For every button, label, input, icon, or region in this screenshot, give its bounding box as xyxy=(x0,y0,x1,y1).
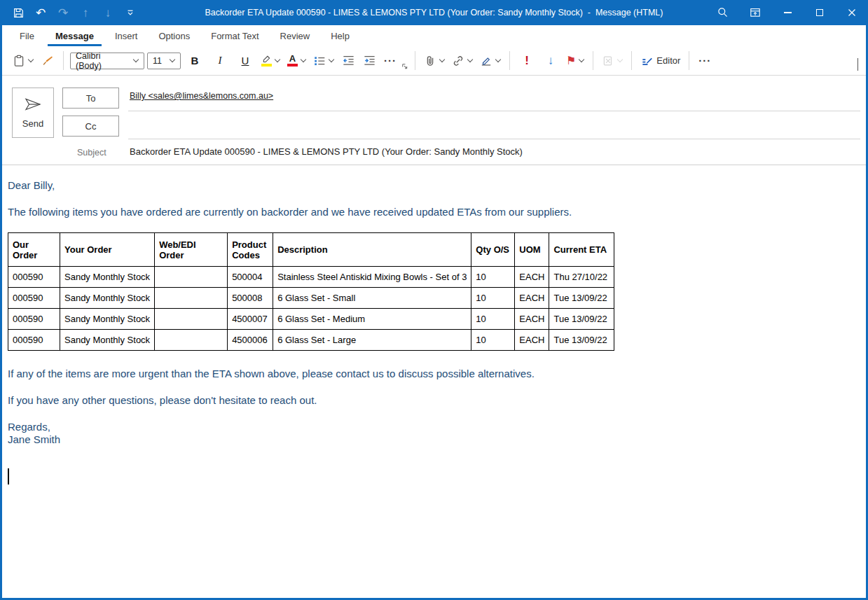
more-basic-text-button[interactable]: ··· xyxy=(381,50,399,71)
editor-label: Editor xyxy=(656,55,680,66)
cc-field[interactable] xyxy=(128,139,860,139)
send-label: Send xyxy=(22,118,43,129)
bold-button[interactable]: B xyxy=(184,50,206,71)
tab-message[interactable]: Message xyxy=(48,27,102,46)
tab-help[interactable]: Help xyxy=(323,27,357,46)
redo-icon: ↷ xyxy=(58,7,68,19)
table-cell: Sandy Monthly Stock xyxy=(60,330,155,351)
assign-policy-icon xyxy=(602,55,614,67)
closing-note-paragraph: If you have any other questions, please … xyxy=(8,394,859,406)
table-cell: 500004 xyxy=(228,267,273,288)
flag-icon: ⚑ xyxy=(566,54,576,67)
paste-button[interactable] xyxy=(11,50,36,71)
tab-format-text[interactable]: Format Text xyxy=(203,27,266,46)
font-color-bar xyxy=(287,64,298,67)
high-importance-icon: ! xyxy=(518,54,535,68)
assign-policy-button xyxy=(600,50,625,71)
save-button[interactable] xyxy=(7,0,29,25)
dropdown-chevron-icon xyxy=(579,57,584,62)
search-button[interactable] xyxy=(707,0,739,25)
tab-file[interactable]: File xyxy=(12,27,42,46)
header-cell: Qty O/S xyxy=(471,233,515,267)
table-cell: 500008 xyxy=(228,288,273,309)
recipient-chip[interactable]: Billy <sales@limes&lemons.com.au> xyxy=(130,91,273,101)
font-name-select[interactable]: Calibri (Body) xyxy=(70,53,144,69)
font-name-value: Calibri (Body) xyxy=(76,51,126,71)
message-header: Send To Cc Billy <sales@limes&lemons.com… xyxy=(2,76,866,165)
editor-button[interactable]: Editor xyxy=(638,50,682,71)
follow-up-flag-button[interactable]: ⚑ xyxy=(564,50,586,71)
signature-block: Regards, Jane Smith xyxy=(8,421,859,446)
chevron-down-line-icon xyxy=(125,8,135,18)
to-field[interactable] xyxy=(128,111,860,111)
collapse-ribbon-button[interactable] xyxy=(857,58,859,71)
cc-value[interactable] xyxy=(130,119,859,136)
maximize-icon xyxy=(816,9,823,16)
window-controls xyxy=(707,0,868,25)
dialog-launcher-icon xyxy=(401,62,408,70)
maximize-button[interactable] xyxy=(804,0,836,25)
table-cell: Sandy Monthly Stock xyxy=(60,267,155,288)
customize-quick-access-button[interactable] xyxy=(119,0,142,25)
table-cell xyxy=(155,330,228,351)
font-size-value: 11 xyxy=(153,56,163,66)
text-cursor xyxy=(8,468,9,484)
send-button[interactable]: Send xyxy=(12,88,54,138)
italic-button[interactable]: I xyxy=(209,50,231,71)
table-cell: EACH xyxy=(515,267,549,288)
header-cell: Web/EDI Order xyxy=(155,233,228,267)
divider xyxy=(415,51,415,70)
increase-indent-button[interactable] xyxy=(360,50,378,71)
decrease-indent-icon xyxy=(342,54,355,67)
table-cell: 000590 xyxy=(8,288,60,309)
header-cell: UOM xyxy=(515,233,549,267)
format-painter-button[interactable] xyxy=(39,50,57,71)
close-icon xyxy=(847,8,857,18)
move-up-button[interactable]: ↑ xyxy=(74,0,97,25)
increase-indent-icon xyxy=(363,54,376,67)
subject-field[interactable]: Backorder ETA Update 000590 - LIMES & LE… xyxy=(130,146,523,157)
header-cell: Product Codes xyxy=(228,233,273,267)
text-highlight-color-button[interactable] xyxy=(259,50,282,71)
undo-icon: ↶ xyxy=(36,7,46,19)
cc-label: Cc xyxy=(85,121,97,132)
divider xyxy=(509,51,510,70)
font-size-select[interactable]: 11 xyxy=(147,53,181,69)
redo-button[interactable]: ↷ xyxy=(52,0,74,25)
table-cell: Tue 13/09/22 xyxy=(549,309,614,330)
attach-file-button[interactable] xyxy=(422,50,447,71)
cc-button[interactable]: Cc xyxy=(62,116,119,137)
to-button[interactable]: To xyxy=(62,88,119,109)
window-content: File Message Insert Options Format Text … xyxy=(2,25,866,598)
ribbon-display-options-button[interactable] xyxy=(739,0,771,25)
table-header-row: Our Order Your Order Web/EDI Order Produ… xyxy=(8,233,614,267)
regards-line: Regards, xyxy=(8,421,859,433)
message-body-editor[interactable]: Dear Billy, The following items you have… xyxy=(2,165,866,484)
close-button[interactable] xyxy=(836,0,868,25)
tab-options[interactable]: Options xyxy=(151,27,198,46)
more-commands-button[interactable]: ··· xyxy=(696,50,714,71)
signature-line: Jane Smith xyxy=(8,433,859,446)
high-importance-button[interactable]: ! xyxy=(516,50,537,71)
tab-review[interactable]: Review xyxy=(273,27,318,46)
undo-button[interactable]: ↶ xyxy=(29,0,52,25)
font-color-button[interactable]: A xyxy=(285,50,308,71)
table-cell: 10 xyxy=(471,288,515,309)
low-importance-button[interactable]: ↓ xyxy=(540,50,561,71)
signature-button[interactable] xyxy=(478,50,503,71)
minimize-button[interactable] xyxy=(771,0,804,25)
down-arrow-icon: ↓ xyxy=(105,7,111,19)
underline-button[interactable]: U xyxy=(234,50,256,71)
dropdown-chevron-icon xyxy=(133,57,139,62)
link-button[interactable] xyxy=(450,50,475,71)
bullets-button[interactable] xyxy=(311,50,336,71)
table-cell: 000590 xyxy=(8,267,60,288)
basic-text-dialog-launcher[interactable] xyxy=(401,60,408,73)
move-down-button[interactable]: ↓ xyxy=(97,0,119,25)
table-row: 000590 Sandy Monthly Stock 500004 Stainl… xyxy=(8,267,614,288)
tab-insert[interactable]: Insert xyxy=(107,27,146,46)
ribbon-display-options-icon xyxy=(750,7,761,18)
decrease-indent-button[interactable] xyxy=(339,50,357,71)
dropdown-chevron-icon xyxy=(275,57,280,62)
dropdown-chevron-icon xyxy=(495,57,501,62)
